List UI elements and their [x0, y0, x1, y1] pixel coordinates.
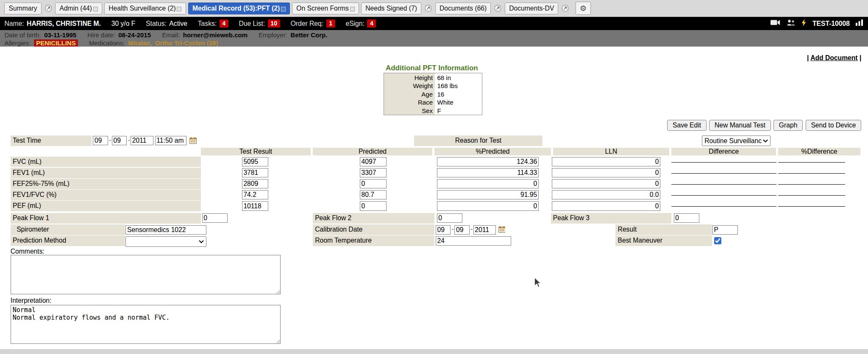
tasks-label[interactable]: Tasks:	[198, 20, 217, 28]
add-document-link[interactable]: Add Document	[810, 54, 857, 61]
predicted-input[interactable]	[360, 157, 387, 166]
tab-documents[interactable]: Documents (66)	[435, 3, 491, 14]
sex-value: F	[435, 107, 482, 115]
race-value: White	[435, 98, 482, 107]
best-maneuver-checkbox[interactable]	[714, 237, 721, 244]
video-camera-icon[interactable]	[771, 19, 781, 27]
dob-value: 03-11-1995	[44, 31, 76, 39]
column-header-pct-difference: %Difference	[778, 148, 860, 155]
tab-label: On Screen Forms	[296, 5, 349, 12]
predicted-input[interactable]	[360, 168, 387, 177]
tab-mini-popout-icon[interactable]	[281, 7, 286, 11]
result-input[interactable]	[712, 225, 738, 235]
quick-actions-bolt-icon[interactable]	[801, 19, 807, 28]
spirometer-input[interactable]	[125, 225, 206, 235]
reason-for-test-select[interactable]: Routine Surveillance	[702, 136, 771, 146]
lln-input[interactable]	[552, 168, 660, 177]
test-time-year-input[interactable]	[131, 136, 153, 145]
popout-icon[interactable]	[562, 5, 569, 12]
pct-predicted-input[interactable]	[437, 168, 539, 177]
tab-admin[interactable]: Admin (44)	[55, 3, 102, 14]
bar-chart-icon[interactable]	[856, 19, 863, 28]
pct-predicted-input[interactable]	[437, 157, 539, 166]
test-result-input[interactable]	[242, 157, 269, 166]
allergy-badge[interactable]: PENICILLINS	[34, 39, 78, 47]
hire-date-label: Hire date:	[87, 31, 115, 39]
popout-icon[interactable]	[425, 5, 432, 12]
test-result-input[interactable]	[242, 190, 269, 199]
peak-flow-1-input[interactable]	[202, 213, 228, 223]
tab-summary[interactable]: Summary	[4, 3, 41, 14]
tab-needs-signed[interactable]: Needs Signed (7)	[361, 3, 421, 14]
weight-label: Weight	[384, 82, 435, 90]
date-separator: -	[109, 137, 111, 144]
calendar-icon[interactable]	[498, 226, 506, 233]
column-header-predicted: Predicted	[313, 148, 432, 155]
test-time-time-input[interactable]	[155, 136, 186, 145]
comments-label: Comments:	[11, 248, 45, 255]
peak-flow-3-input[interactable]	[674, 213, 699, 223]
tab-documents-dv[interactable]: Documents-DV	[505, 3, 558, 14]
lln-input[interactable]	[552, 179, 660, 188]
tab-label: Medical Record (53):PFT (2)	[192, 5, 280, 12]
test-result-input[interactable]	[242, 179, 269, 188]
esign-label[interactable]: eSign:	[345, 20, 364, 28]
pft-info-row: Height68 in	[384, 73, 482, 82]
column-header-lln: LLN	[553, 148, 669, 155]
new-manual-test-button[interactable]: New Manual Test	[709, 120, 771, 130]
pct-difference-blank-line	[778, 173, 845, 174]
calibration-date-label: Calibration Date	[313, 224, 434, 235]
calendar-icon[interactable]	[189, 137, 197, 144]
predicted-input[interactable]	[360, 190, 387, 199]
esign-count-badge[interactable]: 4	[367, 19, 376, 28]
calibration-day-input[interactable]	[454, 225, 469, 235]
tab-mini-popout-icon[interactable]	[350, 7, 355, 11]
popout-icon[interactable]	[45, 5, 52, 12]
difference-blank-line	[671, 184, 776, 185]
graph-button[interactable]: Graph	[773, 120, 803, 130]
demographics-row-2: Allergies: PENICILLINS Medications: Mira…	[4, 39, 863, 47]
tasks-count-badge[interactable]: 4	[220, 19, 228, 28]
interpretation-textarea[interactable]: Normal Normal expiratory flows and a nor…	[11, 305, 281, 344]
due-list-count-badge[interactable]: 10	[268, 19, 280, 28]
demographics-row-1: Date of birth: 03-11-1995 Hire date: 08-…	[4, 31, 863, 39]
tab-bar: Summary Admin (44) Health Surveillance (…	[0, 0, 868, 17]
test-result-input[interactable]	[242, 201, 269, 210]
calibration-month-input[interactable]	[436, 225, 451, 235]
tab-on-screen-forms[interactable]: On Screen Forms	[292, 3, 359, 14]
date-separator: -	[128, 137, 130, 144]
save-edit-button[interactable]: Save Edit	[667, 120, 707, 130]
tab-medical-record-pft[interactable]: Medical Record (53):PFT (2)	[188, 3, 290, 14]
pct-predicted-input[interactable]	[437, 179, 539, 188]
lln-input[interactable]	[552, 201, 660, 210]
pct-predicted-input[interactable]	[437, 201, 539, 210]
calibration-year-input[interactable]	[473, 225, 496, 235]
peak-flow-2-input[interactable]	[437, 213, 462, 223]
popout-icon[interactable]	[494, 5, 501, 12]
chart-content-area: | Add Document | Additional PFT Informat…	[0, 47, 868, 350]
prediction-method-select[interactable]	[125, 236, 206, 247]
age-value: 16	[435, 90, 482, 99]
lln-input[interactable]	[552, 190, 660, 199]
patient-handoff-icon[interactable]	[787, 19, 796, 28]
room-temperature-input[interactable]	[436, 236, 511, 246]
test-result-input[interactable]	[242, 168, 269, 177]
tab-health-surveillance[interactable]: Health Surveillance (2)	[104, 3, 186, 14]
order-req-count-badge[interactable]: 1	[326, 19, 335, 28]
tab-mini-popout-icon[interactable]	[93, 7, 98, 11]
test-time-month-input[interactable]	[93, 136, 108, 145]
pct-predicted-input[interactable]	[437, 190, 539, 199]
predicted-input[interactable]	[360, 201, 387, 210]
lln-input[interactable]	[552, 157, 660, 166]
comments-textarea[interactable]	[11, 255, 281, 294]
test-time-day-input[interactable]	[112, 136, 127, 145]
send-to-device-button[interactable]: Send to Device	[806, 120, 862, 130]
pft-info-row: Age16	[384, 90, 482, 99]
medication-link[interactable]: Ortho Tri-Cyclen (28)	[155, 39, 218, 47]
tab-mini-popout-icon[interactable]	[177, 7, 181, 11]
medication-link[interactable]: Miralax,	[128, 39, 152, 47]
due-list-label[interactable]: Due List:	[239, 20, 265, 28]
order-req-label[interactable]: Order Req:	[291, 20, 323, 28]
predicted-input[interactable]	[360, 179, 387, 188]
settings-button[interactable]: ⚙	[576, 2, 591, 15]
